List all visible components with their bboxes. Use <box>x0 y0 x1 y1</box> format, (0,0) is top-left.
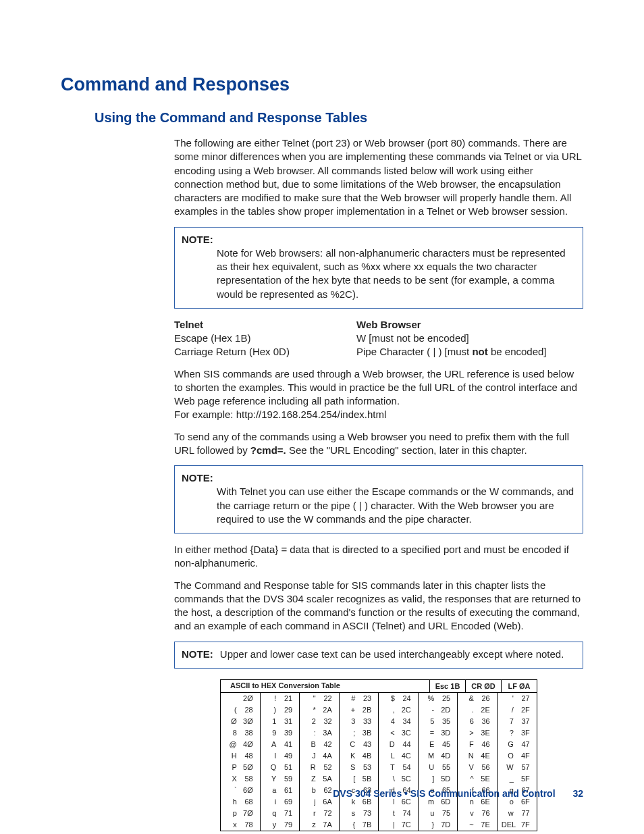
ascii-cell: t74 <box>379 808 419 819</box>
data-encoding-paragraph: In either method {Data} = data that is d… <box>174 543 583 571</box>
ascii-char: Ø <box>225 716 237 727</box>
note-1-text: Note for Web browsers: all non-alphanume… <box>217 246 576 301</box>
ascii-char: Z <box>304 774 316 784</box>
ascii-cell: DEL7F <box>498 819 537 831</box>
ascii-hex: 7C <box>398 820 414 830</box>
ascii-hex: 58 <box>240 774 256 784</box>
ascii-char: w <box>502 808 514 818</box>
ascii-char: S <box>343 762 355 773</box>
ascii-char: Y <box>264 774 276 784</box>
ascii-hex: 73 <box>358 808 374 818</box>
ascii-hex: 35 <box>437 716 453 727</box>
ascii-char: T <box>383 762 395 773</box>
ascii-hex: 37 <box>516 716 533 727</box>
ascii-char: Q <box>264 762 276 773</box>
ascii-char: ? <box>502 728 514 738</box>
note-box-1: NOTE: Note for Web browsers: all non-alp… <box>174 227 583 309</box>
note-1-prefix: NOTE: <box>182 234 213 245</box>
ascii-char: + <box>343 705 355 715</box>
ascii-cell: ~7E <box>458 819 498 831</box>
ascii-char: h <box>225 797 237 807</box>
ascii-cell: <3C <box>379 727 419 739</box>
footer-text: DVS 304 Series • SIS Communication and C… <box>333 788 555 799</box>
ascii-hex: 43 <box>358 739 374 750</box>
ascii-char: 2 <box>304 716 316 727</box>
ascii-hex: 56 <box>477 762 493 773</box>
ascii-cell: P5Ø <box>221 762 261 773</box>
ascii-cell: H48 <box>221 750 261 762</box>
ascii-special-cell: CR ØD <box>465 680 501 692</box>
ascii-char: b <box>304 785 316 796</box>
ascii-cell: 131 <box>261 716 300 727</box>
ascii-hex: 52 <box>319 762 335 773</box>
ascii-char: ! <box>264 694 276 704</box>
ascii-cell: Ø3Ø <box>221 716 261 727</box>
ascii-cell: ]5D <box>419 773 458 785</box>
ascii-cell: U55 <box>419 762 458 773</box>
ascii-hex: 6A <box>319 797 335 807</box>
ascii-char: X <box>225 774 237 784</box>
ascii-cell: Z5A <box>300 773 340 785</box>
ascii-cell: +2B <box>340 704 379 716</box>
ascii-hex: 5D <box>437 774 453 784</box>
ascii-cell: h68 <box>221 796 261 808</box>
ascii-char: 6 <box>462 716 474 727</box>
ascii-char: i <box>264 797 276 807</box>
ascii-char: r <box>304 808 316 818</box>
ascii-cell: C43 <box>340 739 379 750</box>
ascii-hex: 42 <box>319 739 335 750</box>
ascii-hex: 3F <box>516 728 533 738</box>
ascii-char: : <box>304 728 316 738</box>
ascii-char: R <box>304 762 316 773</box>
web-heading: Web Browser <box>356 318 599 332</box>
ascii-hex: 28 <box>240 705 256 715</box>
ascii-cell: 333 <box>340 716 379 727</box>
ascii-hex: 3D <box>437 728 453 738</box>
ascii-special-cell: LF ØA <box>501 680 537 692</box>
ascii-char: - <box>422 705 434 715</box>
ascii-char: s <box>343 808 355 818</box>
ascii-hex: 48 <box>240 751 256 761</box>
cmd-prefix-code: ?cmd=. <box>250 444 286 456</box>
ascii-char: ; <box>343 728 355 738</box>
ascii-hex: 3B <box>358 728 374 738</box>
ascii-cell: I49 <box>261 750 300 762</box>
ascii-cell: q71 <box>261 808 300 819</box>
ascii-hex: 3C <box>398 728 414 738</box>
ascii-hex: 3A <box>319 728 335 738</box>
ascii-hex: 27 <box>516 694 533 704</box>
ascii-char: B <box>304 739 316 750</box>
ascii-char: ^ <box>462 774 474 784</box>
ascii-hex: 2A <box>319 705 335 715</box>
ascii-char: \ <box>383 774 395 784</box>
ascii-special-cell: Esc 1B <box>429 680 465 692</box>
ascii-cell: ;3B <box>340 727 379 739</box>
ascii-cell: -2D <box>419 704 458 716</box>
ascii-cell: #23 <box>340 693 379 704</box>
ascii-char: } <box>422 820 434 830</box>
ascii-hex: 3E <box>477 728 493 738</box>
ascii-char: 8 <box>225 728 237 738</box>
ascii-hex: 7B <box>358 820 374 830</box>
ascii-hex: 24 <box>398 694 414 704</box>
ascii-hex: 4Ø <box>240 739 256 750</box>
ascii-char: ' <box>502 694 514 704</box>
ascii-hex: 7Ø <box>240 808 256 818</box>
ascii-hex: 61 <box>279 785 295 796</box>
ascii-char: 9 <box>264 728 276 738</box>
ascii-char: P <box>225 762 237 773</box>
ascii-cell: ^5E <box>458 773 498 785</box>
ascii-cell: z7A <box>300 819 340 831</box>
ascii-cell: a61 <box>261 785 300 796</box>
ascii-hex: 49 <box>279 751 295 761</box>
ascii-char: 1 <box>264 716 276 727</box>
ascii-cell: 535 <box>419 716 458 727</box>
ascii-hex: 7D <box>437 820 453 830</box>
ascii-hex: 75 <box>437 808 453 818</box>
ascii-char: # <box>343 694 355 704</box>
ascii-cell: '27 <box>498 693 537 704</box>
ascii-char: j <box>304 797 316 807</box>
web-line-2: Pipe Character ( | ) [must not be encode… <box>356 345 599 359</box>
ascii-char: L <box>383 751 395 761</box>
ascii-hex: 39 <box>279 728 295 738</box>
